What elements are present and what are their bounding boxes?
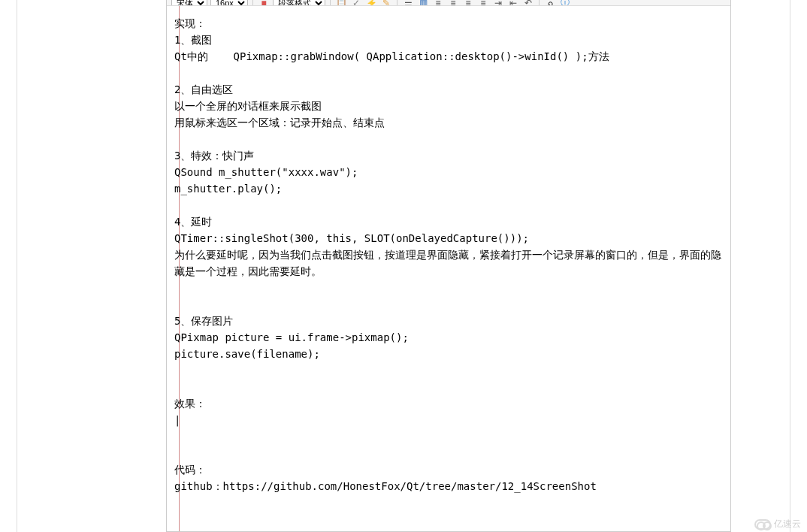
- content-line[interactable]: [174, 428, 723, 445]
- content-line[interactable]: [174, 197, 723, 213]
- toolbar-separator: [252, 0, 253, 6]
- content-line[interactable]: 4、延时: [174, 213, 723, 230]
- content-line[interactable]: [174, 131, 723, 147]
- content-line[interactable]: 效果：: [174, 395, 723, 412]
- content-line[interactable]: QPixmap picture = ui.frame->pixmap();: [174, 329, 723, 346]
- content-line[interactable]: [174, 280, 723, 296]
- content-line[interactable]: 代码：: [174, 461, 723, 478]
- highlight-icon[interactable]: ✎: [380, 0, 392, 6]
- content-line[interactable]: m_shutter.play();: [174, 180, 723, 197]
- font-family-select[interactable]: 宋体: [171, 0, 207, 6]
- table-icon[interactable]: ▦: [417, 0, 429, 6]
- content-line[interactable]: [174, 65, 723, 81]
- align-center-icon[interactable]: ≡: [447, 0, 459, 6]
- content-line[interactable]: 用鼠标来选区一个区域：记录开始点、结束点: [174, 114, 723, 131]
- content-line[interactable]: 实现：: [174, 15, 723, 32]
- paragraph-format-select[interactable]: 段落格式: [273, 0, 325, 6]
- align-right-icon[interactable]: ≡: [462, 0, 474, 6]
- content-line[interactable]: [174, 296, 723, 313]
- content-line[interactable]: 以一个全屏的对话框来展示截图: [174, 98, 723, 114]
- content-line[interactable]: [174, 362, 723, 379]
- toolbar-separator: [330, 0, 331, 6]
- rich-text-editor: 宋体 16px ■ 段落格式 📋 ✓ ⚡ ✎ ☰ ▦ ≡ ≡ ≡ ≡ ⇥ ⇤ ↶: [166, 0, 731, 532]
- content-line[interactable]: QSound m_shutter("xxxx.wav");: [174, 164, 723, 180]
- editor-toolbar: 宋体 16px ■ 段落格式 📋 ✓ ⚡ ✎ ☰ ▦ ≡ ≡ ≡ ≡ ⇥ ⇤ ↶: [167, 0, 730, 6]
- clear-format-icon[interactable]: ⚡: [365, 0, 377, 6]
- content-line[interactable]: 5、保存图片: [174, 313, 723, 329]
- content-line[interactable]: QTimer::singleShot(300, this, SLOT(onDel…: [174, 230, 723, 246]
- help-icon[interactable]: ⓘ: [559, 0, 571, 6]
- indent-icon[interactable]: ⇥: [492, 0, 504, 6]
- content-line[interactable]: [174, 445, 723, 461]
- content-line[interactable]: 2、自由选区: [174, 81, 723, 98]
- list-icon[interactable]: ☰: [402, 0, 414, 6]
- page-frame: 宋体 16px ■ 段落格式 📋 ✓ ⚡ ✎ ☰ ▦ ≡ ≡ ≡ ≡ ⇥ ⇤ ↶: [17, 0, 790, 532]
- watermark-logo-icon: [754, 519, 771, 530]
- align-justify-icon[interactable]: ≡: [477, 0, 489, 6]
- content-line[interactable]: github：https://github.com/HonestFox/Qt/t…: [174, 478, 723, 494]
- content-line[interactable]: 1、截图: [174, 32, 723, 48]
- editor-content[interactable]: 实现：1、截图Qt中的 QPixmap::grabWindow( QApplic…: [174, 12, 723, 494]
- align-left-icon[interactable]: ≡: [432, 0, 444, 6]
- content-line[interactable]: 为什么要延时呢，因为当我们点击截图按钮，按道理是界面隐藏，紧接着打开一个记录屏幕…: [174, 246, 723, 280]
- editor-body[interactable]: 实现：1、截图Qt中的 QPixmap::grabWindow( QApplic…: [167, 6, 730, 531]
- content-line[interactable]: Qt中的 QPixmap::grabWindow( QApplication::…: [174, 48, 723, 65]
- content-line[interactable]: 3、特效：快门声: [174, 147, 723, 164]
- find-icon[interactable]: ⌕: [544, 0, 556, 6]
- toolbar-separator: [397, 0, 397, 6]
- content-line[interactable]: [174, 379, 723, 395]
- font-size-select[interactable]: 16px: [210, 0, 248, 6]
- check-icon[interactable]: ✓: [350, 0, 362, 6]
- watermark-text: 亿速云: [774, 518, 801, 530]
- undo-icon[interactable]: ↶: [522, 0, 534, 6]
- site-watermark: 亿速云: [754, 518, 801, 530]
- paste-icon[interactable]: 📋: [335, 0, 347, 6]
- font-color-icon[interactable]: ■: [258, 0, 270, 6]
- content-line[interactable]: |: [174, 412, 723, 428]
- content-line[interactable]: picture.save(filename);: [174, 346, 723, 362]
- toolbar-separator: [539, 0, 540, 6]
- outdent-icon[interactable]: ⇤: [507, 0, 519, 6]
